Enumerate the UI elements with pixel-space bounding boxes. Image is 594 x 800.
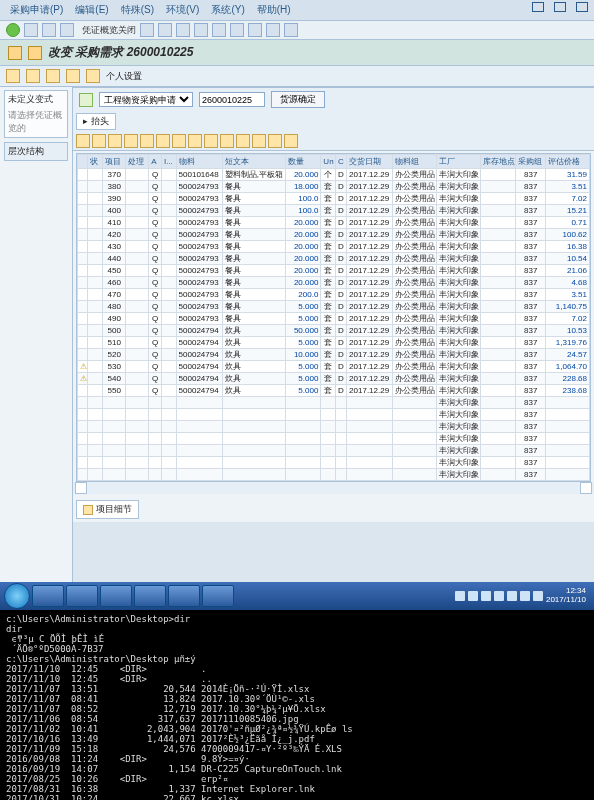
start-button[interactable] (4, 583, 30, 609)
table-row[interactable]: ⚠540Q500024794炊具5.000套D2017.12.29办公类用品丰润… (78, 373, 590, 385)
taskbar-app[interactable] (32, 585, 64, 607)
table-row[interactable]: 500Q500024794炊具50.000套D2017.12.29办公类用品丰润… (78, 325, 590, 337)
grid-tool-icon[interactable] (172, 134, 186, 148)
menu-item[interactable]: 编辑(E) (75, 3, 108, 17)
toolbar-icon[interactable] (158, 23, 172, 37)
col-header[interactable] (78, 155, 88, 169)
col-header[interactable]: 短文本 (222, 155, 285, 169)
grid-tool-icon[interactable] (76, 134, 90, 148)
tray-icon[interactable] (533, 591, 543, 601)
tray-icon[interactable] (520, 591, 530, 601)
table-row[interactable]: 丰润大印象837 (78, 397, 590, 409)
col-header[interactable]: C (336, 155, 346, 169)
grid-tool-icon[interactable] (188, 134, 202, 148)
doc-type-select[interactable]: 工程物资采购申请 (99, 92, 193, 107)
col-header[interactable]: 交货日期 (346, 155, 392, 169)
toolbar-icon[interactable] (266, 23, 280, 37)
table-row[interactable]: 丰润大印象837 (78, 421, 590, 433)
toolbar-icon[interactable] (140, 23, 154, 37)
col-header[interactable]: 项目 (103, 155, 126, 169)
toolbar-icon[interactable] (194, 23, 208, 37)
maximize-icon[interactable] (554, 2, 566, 12)
table-row[interactable]: 450Q500024793餐具20.000套D2017.12.29办公类用品丰润… (78, 265, 590, 277)
close-icon[interactable] (576, 2, 588, 12)
col-header[interactable]: Un (321, 155, 336, 169)
table-row[interactable]: 丰润大印象837 (78, 469, 590, 481)
tray-icon[interactable] (507, 591, 517, 601)
tray-icon[interactable] (481, 591, 491, 601)
cmd-terminal[interactable]: c:\Users\Administrator\Desktop>dirdir ϵͳ… (0, 610, 594, 800)
enter-icon[interactable] (6, 23, 20, 37)
menu-item[interactable]: 帮助(H) (257, 3, 291, 17)
grid-tool-icon[interactable] (268, 134, 282, 148)
cancel-icon[interactable] (60, 23, 74, 37)
col-header[interactable]: A (149, 155, 162, 169)
table-row[interactable]: 420Q500024793餐具20.000套D2017.12.29办公类用品丰润… (78, 229, 590, 241)
tray-icon[interactable] (494, 591, 504, 601)
col-header[interactable]: 状 (88, 155, 103, 169)
col-header[interactable]: I... (161, 155, 176, 169)
col-header[interactable]: 采购组 (516, 155, 545, 169)
cart-icon[interactable] (79, 93, 93, 107)
col-header[interactable]: 工厂 (436, 155, 480, 169)
table-row[interactable]: 480Q500024793餐具5.000套D2017.12.29办公类用品丰润大… (78, 301, 590, 313)
table-row[interactable]: 丰润大印象837 (78, 409, 590, 421)
table-row[interactable]: 520Q500024794炊具10.000套D2017.12.29办公类用品丰润… (78, 349, 590, 361)
taskbar-app[interactable] (202, 585, 234, 607)
toolbar-icon[interactable] (248, 23, 262, 37)
taskbar-app[interactable] (100, 585, 132, 607)
menu-item[interactable]: 环境(V) (166, 3, 199, 17)
table-row[interactable]: 390Q500024793餐具100.0套D2017.12.29办公类用品丰润大… (78, 193, 590, 205)
table-row[interactable]: ⚠530Q500024794炊具5.000套D2017.12.29办公类用品丰润… (78, 361, 590, 373)
col-header[interactable]: 评估价格 (545, 155, 589, 169)
settings-label[interactable]: 个人设置 (106, 70, 142, 83)
exit-icon[interactable] (42, 23, 56, 37)
items-table[interactable]: 状项目处理AI...物料短文本数量UnC交货日期物料组工厂库存地点采购组评估价格… (77, 154, 590, 481)
table-row[interactable]: 490Q500024793餐具5.000套D2017.12.29办公类用品丰润大… (78, 313, 590, 325)
help-icon[interactable] (284, 23, 298, 37)
doc-number-input[interactable] (199, 92, 265, 107)
table-row[interactable]: 380Q500024793餐具18.000套D2017.12.29办公类用品丰润… (78, 181, 590, 193)
grid-tool-icon[interactable] (220, 134, 234, 148)
scroll-left-icon[interactable] (75, 482, 87, 494)
toolbar-icon[interactable] (230, 23, 244, 37)
col-header[interactable]: 数量 (285, 155, 321, 169)
settings-icon[interactable] (86, 69, 100, 83)
table-row[interactable]: 丰润大印象837 (78, 445, 590, 457)
minimize-icon[interactable] (532, 2, 544, 12)
col-header[interactable]: 处理 (126, 155, 149, 169)
tab-header[interactable]: ▸ 抬头 (76, 113, 116, 130)
taskbar-app[interactable] (134, 585, 166, 607)
hierarchy-tab[interactable]: 层次结构 (4, 142, 68, 161)
grid-tool-icon[interactable] (204, 134, 218, 148)
grid-tool-icon[interactable] (284, 134, 298, 148)
table-row[interactable]: 400Q500024793餐具100.0套D2017.12.29办公类用品丰润大… (78, 205, 590, 217)
table-row[interactable]: 370Q500101648塑料制品,平板箱20.000个D2017.12.29办… (78, 169, 590, 181)
table-row[interactable]: 丰润大印象837 (78, 433, 590, 445)
source-btn[interactable]: 货源确定 (271, 91, 325, 108)
grid-tool-icon[interactable] (252, 134, 266, 148)
taskbar-clock[interactable]: 12:34 2017/11/10 (546, 587, 586, 605)
col-header[interactable]: 物料组 (392, 155, 436, 169)
back-icon[interactable] (24, 23, 38, 37)
table-row[interactable]: 430Q500024793餐具20.000套D2017.12.29办公类用品丰润… (78, 241, 590, 253)
grid-tool-icon[interactable] (140, 134, 154, 148)
table-row[interactable]: 550Q500024794炊具5.000套D2017.12.29办公类用品丰润大… (78, 385, 590, 397)
menu-item[interactable]: 特殊(S) (121, 3, 154, 17)
doc-icon[interactable] (46, 69, 60, 83)
grid-tool-icon[interactable] (124, 134, 138, 148)
tray-icon[interactable] (468, 591, 478, 601)
doc-icon[interactable] (26, 69, 40, 83)
grid-tool-icon[interactable] (156, 134, 170, 148)
doc-icon[interactable] (6, 69, 20, 83)
taskbar-app[interactable] (66, 585, 98, 607)
taskbar-app[interactable] (168, 585, 200, 607)
table-row[interactable]: 470Q500024793餐具200.0套D2017.12.29办公类用品丰润大… (78, 289, 590, 301)
grid-tool-icon[interactable] (108, 134, 122, 148)
doc-icon[interactable] (66, 69, 80, 83)
col-header[interactable]: 物料 (176, 155, 222, 169)
table-row[interactable]: 丰润大印象837 (78, 457, 590, 469)
item-detail-button[interactable]: 项目细节 (76, 500, 139, 519)
scroll-right-icon[interactable] (580, 482, 592, 494)
table-row[interactable]: 440Q500024793餐具20.000套D2017.12.29办公类用品丰润… (78, 253, 590, 265)
